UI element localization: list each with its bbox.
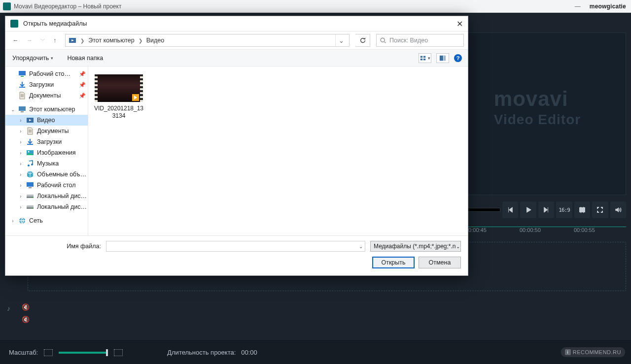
fit-project-icon[interactable] — [114, 349, 123, 356]
preview-placeholder-logo: movavi Video Editor — [494, 87, 581, 128]
dialog-logo-icon — [10, 20, 18, 28]
expand-icon[interactable]: › — [18, 204, 23, 210]
sidebar-item-this-pc[interactable]: ⌄ Этот компьютер — [5, 104, 88, 115]
sidebar-item-download[interactable]: ›Загрузки — [5, 136, 88, 147]
download-icon — [26, 138, 34, 146]
aspect-ratio-button[interactable]: 16:9 — [556, 201, 572, 218]
sidebar-item-drive-8[interactable]: ›Локальный дис… — [5, 201, 88, 212]
organize-menu[interactable]: Упорядочить▾ — [11, 53, 54, 64]
svg-point-27 — [32, 208, 33, 209]
nav-up-button[interactable]: ↑ — [50, 35, 59, 46]
breadcrumb-segment[interactable]: Этот компьютер — [85, 34, 137, 46]
mute-icon[interactable]: 🔇 — [22, 316, 30, 323]
collapse-icon[interactable]: ⌄ — [10, 107, 15, 112]
expand-icon[interactable]: › — [18, 139, 23, 145]
track-mute-icons[interactable]: 🔇 🔇 — [22, 303, 30, 323]
svg-rect-12 — [19, 106, 26, 111]
music-note-icon: ♪ — [7, 304, 10, 312]
sidebar-item-video[interactable]: ›Видео — [5, 115, 88, 126]
dialog-title: Открыть медиафайлы — [23, 20, 87, 27]
sidebar-item-monitor[interactable]: ›Рабочий стол — [5, 180, 88, 191]
expand-icon[interactable]: › — [18, 150, 23, 156]
expand-icon[interactable]: › — [18, 172, 23, 177]
sidebar-item-desktop[interactable]: Рабочий сто… 📌 — [5, 68, 88, 79]
chevron-right-icon[interactable]: ❯ — [79, 38, 85, 43]
mute-icon[interactable]: 🔇 — [22, 303, 30, 311]
search-icon — [380, 37, 386, 44]
pin-icon: 📌 — [79, 93, 88, 99]
expand-icon[interactable]: › — [10, 218, 15, 224]
breadcrumb-segment[interactable]: Видео — [143, 34, 168, 46]
track-type-icons: ♪ — [7, 304, 10, 312]
svg-point-2 — [381, 38, 385, 42]
preview-controls: 16:9 — [449, 200, 626, 220]
next-track-button[interactable] — [538, 201, 554, 218]
window-minimize-button[interactable]: — — [575, 3, 581, 10]
svg-rect-21 — [29, 187, 32, 188]
sidebar-item-documents[interactable]: Документы 📌 — [5, 90, 88, 101]
help-icon[interactable]: ? — [454, 54, 462, 62]
monitor-icon — [26, 181, 34, 189]
refresh-button[interactable] — [355, 34, 370, 47]
file-type-select[interactable]: Медиафайлы (*.mp4;*.jpeg;*.n⌄ — [370, 241, 461, 252]
expand-icon[interactable]: › — [18, 161, 23, 166]
file-item[interactable]: VID_20201218_13 3134 — [96, 74, 141, 120]
monitor-icon — [18, 70, 26, 78]
preview-pane-button[interactable] — [436, 53, 449, 63]
expand-icon[interactable]: › — [18, 194, 23, 199]
file-name-label: Имя файла: — [12, 243, 101, 250]
close-icon[interactable]: ✕ — [456, 19, 463, 29]
expand-icon[interactable]: › — [18, 118, 23, 123]
zoom-slider[interactable] — [59, 352, 108, 354]
play-button[interactable] — [520, 201, 536, 218]
svg-rect-15 — [27, 144, 33, 145]
sidebar-item-cube[interactable]: ›Объемные объ… — [5, 169, 88, 180]
sidebar-item-image[interactable]: ›Изображения — [5, 147, 88, 158]
video-icon — [26, 116, 34, 124]
address-dropdown-button[interactable]: ⌄ — [335, 34, 347, 46]
nav-back-button[interactable]: ← — [9, 35, 22, 46]
svg-rect-4 — [423, 56, 425, 58]
username-label: meowgicatie — [590, 3, 626, 10]
new-folder-button[interactable]: Новая папка — [66, 53, 104, 64]
expand-icon[interactable]: › — [18, 183, 23, 188]
cancel-button[interactable]: Отмена — [419, 257, 461, 268]
svg-point-19 — [31, 164, 33, 165]
volume-button[interactable] — [610, 201, 626, 218]
svg-rect-6 — [423, 58, 425, 60]
chevron-right-icon[interactable]: ❯ — [138, 38, 143, 43]
file-name-input[interactable]: ⌄ — [106, 241, 365, 252]
file-list[interactable]: VID_20201218_13 3134 — [88, 66, 468, 235]
sidebar-item-label: Локальный дис… — [37, 193, 87, 199]
file-name: 3134 — [94, 112, 143, 120]
sidebar-item-music[interactable]: ›Музыка — [5, 158, 88, 169]
sidebar-item-doc[interactable]: ›Документы — [5, 126, 88, 136]
open-button[interactable]: Открыть — [372, 257, 415, 268]
prev-track-button[interactable] — [502, 201, 518, 218]
site-watermark: iRECOMMEND.RU — [561, 347, 625, 357]
app-logo-icon — [3, 2, 11, 10]
svg-point-17 — [28, 151, 30, 153]
svg-rect-10 — [21, 76, 24, 77]
open-file-dialog: Открыть медиафайлы ✕ ← → ﹀ ↑ ❯ Этот комп… — [5, 16, 468, 276]
view-mode-button[interactable]: ▾ — [419, 53, 431, 63]
safe-zone-button[interactable] — [574, 201, 590, 218]
nav-forward-button[interactable]: → — [24, 35, 36, 46]
svg-point-18 — [28, 165, 30, 166]
network-icon — [18, 217, 26, 225]
address-bar[interactable]: ❯ Этот компьютер ❯ Видео ⌄ — [65, 34, 350, 47]
sidebar-item-network[interactable]: › Сеть — [5, 215, 88, 226]
search-input[interactable]: Поиск: Видео — [376, 34, 464, 47]
svg-rect-23 — [27, 197, 34, 198]
play-overlay-icon — [132, 94, 139, 101]
zoom-label: Масштаб: — [9, 349, 38, 356]
svg-rect-7 — [440, 55, 443, 61]
sidebar-item-drive-7[interactable]: ›Локальный дис… — [5, 191, 88, 201]
fullscreen-button[interactable] — [592, 201, 608, 218]
sidebar-item-label: Видео — [37, 117, 55, 124]
expand-icon[interactable]: › — [18, 129, 23, 134]
sidebar-item-downloads[interactable]: Загрузки 📌 — [5, 79, 88, 90]
fit-width-icon[interactable] — [44, 349, 53, 356]
svg-point-24 — [32, 197, 33, 198]
nav-history-button[interactable]: ﹀ — [37, 35, 48, 46]
